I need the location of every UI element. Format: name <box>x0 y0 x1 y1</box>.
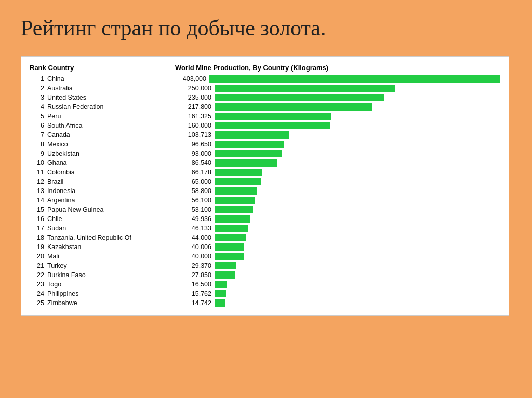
value-text: 160,000 <box>175 122 211 129</box>
rank-number: 5 <box>30 113 44 120</box>
table-row: 17Sudan46,133 <box>30 224 500 232</box>
bar <box>215 169 262 176</box>
table-row: 20Mali40,000 <box>30 252 500 260</box>
rank-number: 15 <box>30 206 44 213</box>
rank-country-cell: 6South Africa <box>30 122 175 129</box>
value-text: 49,936 <box>175 215 211 223</box>
value-text: 53,100 <box>175 206 211 213</box>
value-text: 161,325 <box>175 113 211 120</box>
value-text: 217,800 <box>175 103 211 111</box>
value-text: 29,370 <box>175 262 211 269</box>
rank-number: 23 <box>30 281 44 288</box>
bar <box>215 113 331 120</box>
value-bar-group: 14,742 <box>175 299 500 307</box>
country-name: Turkey <box>47 262 67 269</box>
value-text: 14,742 <box>175 299 211 307</box>
country-name: China <box>47 75 64 83</box>
rank-number: 6 <box>30 122 44 129</box>
value-bar-group: 103,713 <box>175 131 500 139</box>
bar <box>215 141 284 148</box>
country-name: Colombia <box>47 169 75 176</box>
value-text: 15,762 <box>175 290 211 297</box>
rank-number: 14 <box>30 197 44 204</box>
table-row: 3United States235,000 <box>30 93 500 102</box>
chart-container: Rank Country World Mine Production, By C… <box>21 56 509 316</box>
bar <box>215 290 226 297</box>
value-bar-group: 15,762 <box>175 290 500 297</box>
bar <box>215 253 244 260</box>
bar <box>215 131 289 139</box>
rank-country-cell: 16Chile <box>30 215 175 223</box>
country-name: Indonesia <box>47 187 75 195</box>
value-text: 96,650 <box>175 141 211 148</box>
value-text: 40,006 <box>175 243 211 251</box>
table-row: 22Burkina Faso27,850 <box>30 271 500 279</box>
table-row: 23Togo16,500 <box>30 280 500 289</box>
country-name: Brazil <box>47 178 63 185</box>
value-bar-group: 250,000 <box>175 85 500 92</box>
value-bar-group: 96,650 <box>175 141 500 148</box>
bar <box>215 215 250 223</box>
table-row: 18Tanzania, United Republic Of44,000 <box>30 234 500 242</box>
rank-country-cell: 9Uzbekistan <box>30 150 175 157</box>
value-bar-group: 65,000 <box>175 178 500 185</box>
rank-number: 24 <box>30 290 44 297</box>
bar <box>215 206 253 213</box>
value-text: 27,850 <box>175 271 211 279</box>
bar <box>215 281 227 288</box>
country-name: Australia <box>47 85 73 92</box>
country-name: Canada <box>47 131 70 139</box>
table-row: 8Mexico96,650 <box>30 140 500 148</box>
value-bar-group: 217,800 <box>175 103 500 111</box>
rank-number: 16 <box>30 215 44 223</box>
value-bar-group: 16,500 <box>175 281 500 288</box>
bar <box>215 159 277 167</box>
value-text: 103,713 <box>175 131 211 139</box>
bar <box>215 271 235 279</box>
rank-number: 22 <box>30 271 44 279</box>
bar <box>215 85 395 92</box>
value-bar-group: 56,100 <box>175 197 500 204</box>
rank-country-cell: 14Argentina <box>30 197 175 204</box>
value-text: 46,133 <box>175 225 211 232</box>
country-name: Philippines <box>47 290 78 297</box>
value-bar-group: 58,800 <box>175 187 500 195</box>
rank-country-cell: 22Burkina Faso <box>30 271 175 279</box>
country-name: Argentina <box>47 197 75 204</box>
table-row: 11Colombia66,178 <box>30 168 500 176</box>
rank-country-cell: 8Mexico <box>30 141 175 148</box>
value-text: 235,000 <box>175 94 211 101</box>
value-bar-group: 44,000 <box>175 234 500 241</box>
rank-number: 3 <box>30 94 44 101</box>
table-row: 21Turkey29,370 <box>30 262 500 270</box>
country-name: Ghana <box>47 159 67 167</box>
page-title: Рейтинг стран по добыче золота. <box>21 16 511 40</box>
bar <box>215 94 384 101</box>
rank-country-cell: 21Turkey <box>30 262 175 269</box>
table-row: 14Argentina56,100 <box>30 196 500 204</box>
value-bar-group: 29,370 <box>175 262 500 269</box>
country-name: Peru <box>47 113 61 120</box>
table-row: 25Zimbabwe14,742 <box>30 299 500 307</box>
rank-country-cell: 17Sudan <box>30 225 175 232</box>
header-production: World Mine Production, By Country (Kilog… <box>175 64 328 72</box>
bar <box>215 243 244 251</box>
rank-country-cell: 7Canada <box>30 131 175 139</box>
value-text: 58,800 <box>175 187 211 195</box>
rank-number: 9 <box>30 150 44 157</box>
value-text: 65,000 <box>175 178 211 185</box>
chart-header: Rank Country World Mine Production, By C… <box>30 64 500 72</box>
rank-number: 17 <box>30 225 44 232</box>
bar <box>215 197 255 204</box>
table-row: 10Ghana86,540 <box>30 159 500 167</box>
value-bar-group: 49,936 <box>175 215 500 223</box>
rank-number: 8 <box>30 141 44 148</box>
rank-country-cell: 2Australia <box>30 85 175 92</box>
country-name: Sudan <box>47 225 66 232</box>
rank-number: 19 <box>30 243 44 251</box>
rank-number: 4 <box>30 103 44 111</box>
rank-country-cell: 23Togo <box>30 281 175 288</box>
value-bar-group: 86,540 <box>175 159 500 167</box>
country-name: Mali <box>47 253 59 260</box>
bar <box>215 234 246 241</box>
